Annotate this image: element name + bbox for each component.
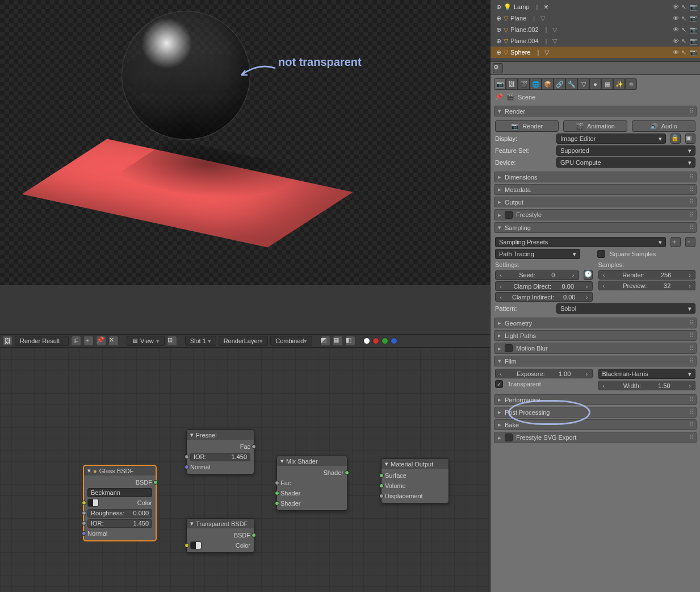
socket-in-normal[interactable]	[82, 531, 86, 536]
cursor-icon[interactable]: ↖	[681, 49, 688, 56]
camera-icon[interactable]: 📷	[690, 49, 697, 56]
socket-in-normal[interactable]	[185, 465, 189, 469]
render-samples-field[interactable]: ‹Render:256›	[598, 270, 696, 280]
tab-object[interactable]: 📦	[542, 78, 554, 90]
cursor-icon[interactable]: ↖	[681, 26, 688, 33]
distribution-selector[interactable]: Beckmann	[87, 488, 152, 497]
color-swatch[interactable]	[87, 499, 99, 507]
socket-in-roughness[interactable]	[82, 511, 86, 515]
camera-icon[interactable]: 📷	[690, 3, 697, 10]
freestyle-svg-checkbox[interactable]	[505, 433, 513, 441]
outliner-item-plane004[interactable]: ⊕▽Plane.004|▽👁↖📷	[491, 35, 700, 47]
outliner-item-lamp[interactable]: ⊕💡Lamp|☀👁↖📷	[491, 1, 700, 12]
pattern-selector[interactable]: Sobol▾	[556, 303, 695, 314]
cursor-icon[interactable]: ↖	[681, 37, 688, 44]
featureset-selector[interactable]: Supported▾	[556, 145, 695, 156]
uv-button[interactable]: ⊞	[167, 336, 177, 346]
node-transparent-bsdf[interactable]: ▾Transparent BSDF BSDF Color	[186, 518, 254, 553]
freestyle-checkbox[interactable]	[505, 211, 513, 219]
socket-out-bsdf[interactable]	[252, 533, 256, 537]
channel-b-icon[interactable]	[391, 337, 397, 344]
clamp-indirect-field[interactable]: ‹Clamp Indirect:0.00›	[495, 292, 593, 302]
camera-icon[interactable]: 📷	[690, 26, 697, 33]
tab-render-layers[interactable]: 🖼	[506, 78, 518, 90]
outliner[interactable]: ⊕💡Lamp|☀👁↖📷 ⊕▽Plane|▽👁↖📷 ⊕▽Plane.002|▽👁↖…	[491, 0, 700, 61]
socket-in-volume[interactable]	[379, 483, 384, 488]
socket-out-bsdf[interactable]	[153, 480, 158, 485]
tab-constraints[interactable]: 🔗	[554, 78, 565, 90]
panel-film[interactable]: Film⠿	[494, 356, 697, 366]
pass-selector[interactable]: Combined▾	[270, 336, 312, 346]
camera-icon[interactable]: 📷	[690, 15, 697, 22]
transparent-checkbox[interactable]	[495, 380, 503, 388]
panel-light-paths[interactable]: Light Paths⠿	[494, 330, 697, 341]
draw-mode-view-icon[interactable]: ◩	[320, 336, 330, 346]
node-mix-shader[interactable]: ▾Mix Shader Shader Fac Shader Shader	[276, 456, 347, 511]
slot-selector[interactable]: Slot 1▾	[185, 336, 216, 346]
channel-g-icon[interactable]	[382, 337, 388, 344]
cursor-icon[interactable]: ↖	[681, 3, 688, 10]
roughness-field[interactable]: Roughness:0.000	[87, 509, 152, 518]
pixel-filter-selector[interactable]: Blackman-Harris▾	[598, 369, 696, 379]
tab-modifiers[interactable]: 🔧	[565, 78, 577, 90]
socket-in-color[interactable]	[82, 501, 86, 505]
view-menu[interactable]: 🖥View▾	[127, 336, 165, 346]
render-viewport[interactable]: not transparent	[0, 0, 490, 285]
integrator-selector[interactable]: Path Tracing▾	[495, 249, 580, 259]
tab-world[interactable]: 🌐	[530, 78, 542, 90]
panel-bake[interactable]: Bake⠿	[494, 419, 697, 430]
panel-freestyle[interactable]: Freestyle⠿	[494, 209, 697, 220]
tab-data[interactable]: ▽	[577, 78, 589, 90]
color-swatch[interactable]	[190, 541, 202, 549]
display-selector[interactable]: Image Editor▾	[556, 134, 666, 144]
channel-rgba-icon[interactable]	[363, 337, 370, 344]
tab-physics[interactable]: ⚛	[625, 78, 637, 90]
preview-samples-field[interactable]: ‹Preview:32›	[598, 281, 696, 290]
panel-sampling[interactable]: Sampling⠿	[494, 222, 697, 233]
node-fresnel[interactable]: ▾Fresnel Fac IOR:1.450 Normal	[186, 430, 254, 474]
motion-blur-checkbox[interactable]	[505, 344, 513, 352]
panel-motion-blur[interactable]: Motion Blur⠿	[494, 343, 697, 354]
device-selector[interactable]: GPU Compute▾	[556, 157, 695, 168]
outliner-item-sphere[interactable]: ⊕▽Sphere|▽👁↖📷	[491, 47, 700, 58]
eye-icon[interactable]: 👁	[673, 37, 680, 44]
ior-field[interactable]: IOR:1.450	[190, 453, 250, 461]
eye-icon[interactable]: 👁	[673, 15, 680, 22]
socket-in-displacement[interactable]	[379, 494, 384, 498]
image-selector[interactable]: Render Result	[15, 336, 69, 346]
panel-dimensions[interactable]: Dimensions⠿	[494, 172, 697, 182]
outliner-item-plane[interactable]: ⊕▽Plane|▽👁↖📷	[491, 12, 700, 24]
panel-output[interactable]: Output⠿	[494, 197, 697, 207]
ior-field[interactable]: IOR:1.450	[87, 519, 152, 528]
panel-freestyle-svg[interactable]: Freestyle SVG Export⠿	[494, 432, 697, 443]
editor-type-icon[interactable]: ⚙	[493, 63, 503, 73]
pin-button[interactable]: 📌	[96, 336, 106, 346]
eye-icon[interactable]: 👁	[673, 49, 680, 56]
eye-icon[interactable]: 👁	[673, 3, 680, 10]
tab-render[interactable]: 📷	[494, 78, 506, 90]
outliner-item-plane002[interactable]: ⊕▽Plane.002|▽👁↖📷	[491, 24, 700, 35]
sampling-preset-selector[interactable]: Sampling Presets▾	[495, 237, 666, 247]
channel-r-icon[interactable]	[372, 337, 379, 344]
add-image-button[interactable]: ＋	[83, 336, 94, 346]
renderlayer-selector[interactable]: RenderLayer▾	[219, 336, 269, 346]
socket-in-shader-1[interactable]	[275, 491, 279, 495]
panel-metadata[interactable]: Metadata⠿	[494, 184, 697, 195]
socket-in-ior[interactable]	[185, 455, 189, 459]
add-preset-button[interactable]: ＋	[670, 237, 681, 247]
seed-clock-icon[interactable]: 🕐	[584, 270, 593, 280]
draw-mode-paint-icon[interactable]: ▦	[333, 336, 343, 346]
editor-type-icon[interactable]: 🖼	[2, 336, 12, 346]
render-button[interactable]: 📷Render	[495, 120, 559, 132]
draw-mode-mask-icon[interactable]: ◧	[345, 336, 355, 346]
tab-material[interactable]: ●	[589, 78, 601, 90]
socket-in-surface[interactable]	[379, 473, 384, 478]
exposure-field[interactable]: ‹Exposure:1.00›	[495, 369, 593, 378]
filter-width-field[interactable]: ‹Width:1.50›	[598, 381, 696, 390]
tab-particles[interactable]: ✨	[613, 78, 625, 90]
animation-button[interactable]: 🎬Animation	[563, 120, 627, 132]
render-region-icon[interactable]: ▣	[685, 134, 695, 144]
socket-out-shader[interactable]	[345, 470, 349, 475]
socket-in-color[interactable]	[185, 543, 189, 548]
socket-out-fac[interactable]	[252, 444, 256, 449]
